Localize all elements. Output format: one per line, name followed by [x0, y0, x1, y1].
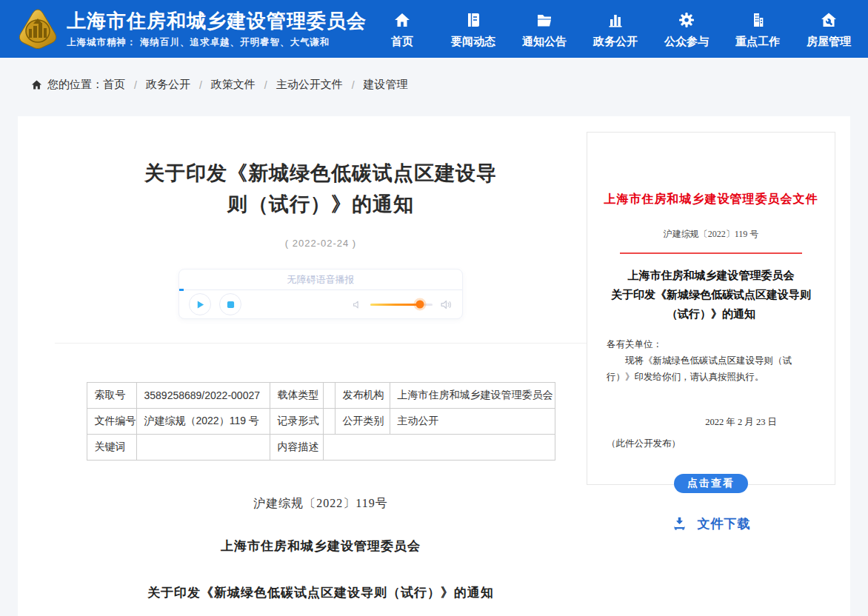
speaker-loud-icon: [440, 298, 453, 311]
meta-value-openness-type: 主动公开: [390, 409, 555, 435]
breadcrumb-item-gov-info[interactable]: 政务公开: [146, 78, 190, 92]
publish-date: ( 2022-02-24 ): [55, 238, 587, 249]
site-subtitle: 上海城市精神： 海纳百川、追求卓越、开明睿智、大气谦和: [67, 36, 367, 49]
volume-slider-knob[interactable]: [416, 301, 424, 309]
site-header: 上海市住房和城乡建设管理委员会 上海城市精神： 海纳百川、追求卓越、开明睿智、大…: [0, 0, 868, 58]
document-body: 沪建综规〔2022〕119号 上海市住房和城乡建设管理委员会 关于印发《新城绿色…: [55, 496, 587, 601]
nav-item-housing[interactable]: 房屋管理: [793, 9, 864, 49]
preview-doc-number: 沪建综规〔2022〕119 号: [602, 228, 820, 241]
play-icon: [196, 300, 205, 309]
file-download-link[interactable]: 文件下载: [602, 515, 820, 532]
breadcrumb: 您的位置： 首页 / 政务公开 / 政策文件 / 主动公开文件 / 建设管理: [31, 78, 868, 92]
preview-salutation: 各有关单位：: [602, 338, 820, 351]
nav-item-label: 要闻动态: [451, 35, 495, 49]
meta-label-content-desc: 内容描述: [270, 435, 323, 461]
meta-value-doc-number: 沪建综规（2022）119 号: [136, 409, 270, 435]
preview-title-line3: （试行）》的通知: [602, 304, 820, 324]
doc-number: 沪建综规〔2022〕119号: [55, 496, 587, 512]
meta-value-keywords: [136, 435, 270, 461]
breadcrumb-bar: 您的位置： 首页 / 政务公开 / 政策文件 / 主动公开文件 / 建设管理: [0, 58, 868, 116]
meta-label-doc-number: 文件编号: [87, 409, 136, 435]
document-preview: 上海市住房和城乡建设管理委员会文件 沪建综规〔2022〕119 号 上海市住房和…: [587, 132, 835, 485]
breadcrumb-separator: /: [199, 79, 202, 91]
preview-title-line2: 关于印发《新城绿色低碳试点区建设导则: [602, 285, 820, 304]
home-icon: [31, 79, 42, 90]
download-icon: [672, 516, 687, 532]
page-title-line2: 则（试行）》的通知: [55, 189, 587, 220]
news-icon: [464, 10, 482, 30]
audio-progress-bar: [179, 289, 184, 291]
meta-label-record-form: 记录形式: [270, 409, 323, 435]
breadcrumb-separator: /: [264, 79, 267, 91]
speaker-quiet-icon: [352, 299, 363, 310]
preview-public-note: （此件公开发布）: [602, 438, 820, 450]
audio-player: 无障碍语音播报: [178, 269, 463, 319]
nav-item-gov-info[interactable]: 政务公开: [580, 9, 651, 49]
gear-icon: [678, 10, 695, 30]
section-divider: [55, 343, 587, 344]
breadcrumb-separator: /: [352, 79, 355, 91]
doc-agency: 上海市住房和城乡建设管理委员会: [55, 538, 587, 555]
nav-item-news[interactable]: 要闻动态: [438, 9, 509, 49]
audio-controls: [179, 290, 462, 318]
article-column: 关于印发《新城绿色低碳试点区建设导 则（试行）》的通知 ( 2022-02-24…: [55, 116, 587, 616]
breadcrumb-item-home[interactable]: 首页: [103, 78, 125, 92]
content-card: 关于印发《新城绿色低碳试点区建设导 则（试行）》的通知 ( 2022-02-24…: [18, 116, 850, 616]
meta-value-carrier-type: [323, 383, 335, 409]
meta-label-carrier-type: 载体类型: [270, 383, 323, 409]
preview-red-header: 上海市住房和城乡建设管理委员会文件: [602, 192, 820, 207]
nav-item-key-work[interactable]: 重点工作: [722, 9, 793, 49]
stop-icon: [227, 301, 235, 309]
folder-icon: [535, 10, 553, 30]
breadcrumb-item-construction-mgmt[interactable]: 建设管理: [364, 78, 408, 92]
meta-value-index-no: 3589258689/2022-00027: [136, 383, 270, 409]
nav-item-label: 通知公告: [522, 35, 567, 49]
table-row: 索取号 3589258689/2022-00027 载体类型 发布机构 上海市住…: [87, 383, 555, 409]
preview-date: 2022 年 2 月 23 日: [602, 416, 820, 429]
nav-item-label: 公众参与: [664, 35, 709, 49]
nav-item-label: 重点工作: [735, 35, 780, 49]
preview-body-text: 现将《新城绿色低碳试点区建设导则（试行）》印发给你们，请认真按照执行。: [602, 352, 820, 385]
page-title-line1: 关于印发《新城绿色低碳试点区建设导: [55, 158, 587, 189]
meta-label-index-no: 索取号: [87, 383, 136, 409]
bar-chart-icon: [607, 10, 624, 30]
nav-item-label: 政务公开: [593, 35, 638, 49]
gold-emblem-icon: [18, 8, 58, 50]
play-button[interactable]: [189, 293, 211, 315]
meta-value-issuing-agency: 上海市住房和城乡建设管理委员会: [390, 383, 555, 409]
view-document-button[interactable]: 点击查看: [674, 474, 748, 493]
building-icon: [749, 10, 767, 30]
doc-title: 关于印发《新城绿色低碳试点区建设导则（试行）》的通知: [55, 584, 587, 601]
meta-label-issuing-agency: 发布机构: [335, 383, 390, 409]
site-title: 上海市住房和城乡建设管理委员会: [67, 10, 367, 32]
document-meta-table: 索取号 3589258689/2022-00027 载体类型 发布机构 上海市住…: [87, 382, 555, 461]
preview-column: 上海市住房和城乡建设管理委员会文件 沪建综规〔2022〕119 号 上海市住房和…: [587, 132, 835, 616]
home-icon: [393, 10, 411, 30]
breadcrumb-item-open-docs[interactable]: 主动公开文件: [276, 78, 343, 92]
preview-red-divider: [620, 252, 802, 254]
nav-item-home[interactable]: 首页: [367, 9, 438, 49]
preview-title-line1: 上海市住房和城乡建设管理委员会: [602, 266, 820, 285]
audio-player-title-text: 无障碍语音播报: [287, 274, 355, 285]
meta-value-record-form: [323, 409, 335, 435]
stop-button[interactable]: [219, 293, 241, 315]
nav-item-participation[interactable]: 公众参与: [651, 9, 722, 49]
nav-item-notices[interactable]: 通知公告: [509, 9, 580, 49]
volume-slider[interactable]: [370, 304, 433, 306]
preview-title: 上海市住房和城乡建设管理委员会 关于印发《新城绿色低碳试点区建设导则 （试行）》…: [602, 266, 820, 324]
volume-control: [352, 298, 453, 311]
breadcrumb-label: 您的位置：: [47, 78, 103, 92]
nav-item-label: 首页: [391, 35, 413, 49]
nav-item-label: 房屋管理: [807, 35, 851, 49]
breadcrumb-separator: /: [134, 79, 137, 91]
site-brand: 上海市住房和城乡建设管理委员会 上海城市精神： 海纳百川、追求卓越、开明睿智、大…: [67, 10, 367, 49]
meta-label-keywords: 关键词: [87, 435, 136, 461]
audio-player-title: 无障碍语音播报: [179, 270, 462, 290]
house-wrench-icon: [820, 10, 838, 30]
meta-label-openness-type: 公开类别: [335, 409, 390, 435]
breadcrumb-item-policy-docs[interactable]: 政策文件: [211, 78, 256, 92]
file-download-label: 文件下载: [698, 515, 751, 532]
table-row: 关键词 内容描述: [87, 435, 555, 461]
main-nav: 首页 要闻动态 通知公告 政务公开: [367, 9, 864, 49]
volume-slider-fill: [370, 304, 420, 306]
